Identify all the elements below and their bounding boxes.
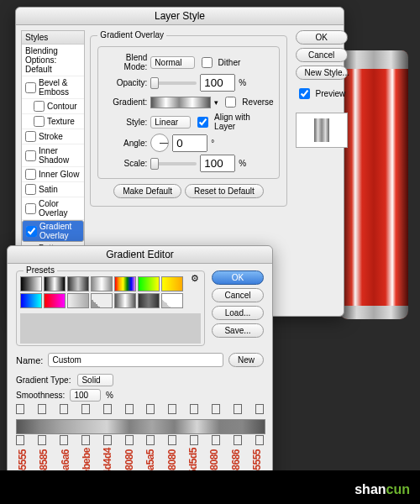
gradient-stop[interactable] [38,404,46,414]
new-button[interactable]: New [228,353,264,367]
preset-swatch[interactable] [44,293,66,308]
smoothness-input[interactable]: 100 [70,389,101,402]
style-item[interactable]: Inner Glow [22,167,84,182]
style-checkbox[interactable] [25,169,36,180]
style-item[interactable]: Color Overlay [22,197,84,220]
presets-empty-area [20,313,201,344]
gradient-stop[interactable] [146,435,155,445]
align-checkbox[interactable] [197,117,208,128]
style-item[interactable]: Contour [22,99,84,114]
reset-default-button[interactable]: Reset to Default [185,184,264,198]
cancel-button[interactable]: Cancel [296,48,348,62]
style-checkbox[interactable] [34,116,45,127]
dither-checkbox[interactable] [202,57,213,68]
ok-button[interactable]: OK [212,270,264,285]
preset-swatch[interactable] [67,276,89,291]
gradient-name-input[interactable] [48,353,223,367]
load-button[interactable]: Load... [212,306,264,320]
gradient-stop[interactable] [234,404,242,414]
blending-options[interactable]: Blending Options: Default [22,45,84,76]
gradient-stop[interactable] [255,435,264,445]
style-item[interactable]: Inner Shadow [22,144,84,167]
preset-swatch[interactable] [44,276,66,291]
presets-panel: Presets ⚙ [16,270,205,346]
dialog-title: Gradient Editor [8,246,272,264]
gradient-stop[interactable] [190,435,198,445]
can-top [339,50,408,69]
gradient-stop[interactable] [190,404,198,414]
gradient-stop[interactable] [60,404,68,414]
soda-can-preview [339,50,408,319]
preview-checkbox[interactable] [299,88,310,99]
watermark-logo: shancun [354,482,410,497]
gradient-bar[interactable] [16,419,265,434]
preset-swatch[interactable] [138,293,160,308]
gradient-stop[interactable] [103,435,112,445]
styles-header[interactable]: Styles [22,31,84,45]
style-checkbox[interactable] [25,184,36,195]
gradient-stop[interactable] [168,435,176,445]
gradient-stop[interactable] [125,435,134,445]
gradient-stop[interactable] [255,404,264,414]
gradient-stop[interactable] [38,435,46,445]
scale-slider[interactable] [150,162,197,165]
gradient-stop[interactable] [81,404,90,414]
style-checkbox[interactable] [25,203,36,214]
dialog-title: Layer Style [16,8,344,25]
preset-swatch[interactable] [91,293,113,308]
gradient-picker[interactable] [150,97,211,108]
preset-swatch[interactable] [114,293,136,308]
preset-swatch[interactable] [91,276,113,291]
style-item[interactable]: Gradient Overlay [22,220,84,242]
preset-swatch[interactable] [138,276,160,291]
ok-button[interactable]: OK [296,30,348,45]
style-checkbox[interactable] [25,82,36,93]
style-checkbox[interactable] [25,150,36,161]
opacity-slider[interactable] [150,81,197,85]
presets-menu-icon[interactable]: ⚙ [191,273,199,284]
style-checkbox[interactable] [25,131,36,142]
cancel-button[interactable]: Cancel [212,288,264,302]
gradient-stop[interactable] [234,435,242,445]
preview-thumb [296,113,348,148]
new-style-button[interactable]: New Style... [296,66,348,80]
gradient-stop[interactable] [212,404,220,414]
opacity-input[interactable] [200,74,235,92]
angle-input[interactable] [172,134,207,152]
preset-swatch[interactable] [20,276,42,291]
style-item[interactable]: Texture [22,114,84,129]
preset-swatch[interactable] [161,293,183,308]
gradient-stop[interactable] [81,435,90,445]
gradient-stop[interactable] [16,404,24,414]
preset-swatch[interactable] [20,293,42,308]
style-checkbox[interactable] [34,101,45,112]
gradient-stop[interactable] [125,404,134,414]
gradient-stop[interactable] [146,404,155,414]
make-default-button[interactable]: Make Default [113,184,181,198]
preset-swatch[interactable] [161,276,183,291]
style-item[interactable]: Bevel & Emboss [22,76,84,99]
gradient-overlay-group: Gradient Overlay Gradient Blend Mode:Nor… [90,35,286,207]
gradient-subgroup: Gradient Blend Mode:NormalDither Opacity… [97,46,279,179]
style-checkbox[interactable] [26,226,37,237]
gradient-type-select[interactable]: Solid [77,374,113,386]
can-bottom [339,306,408,319]
preset-swatch[interactable] [114,276,136,291]
gradient-stop[interactable] [16,435,24,445]
style-select[interactable]: Linear [150,116,191,129]
reverse-checkbox[interactable] [225,97,236,108]
preset-swatch[interactable] [67,293,89,308]
style-item[interactable]: Satin [22,182,84,197]
scale-input[interactable] [200,155,235,172]
gradient-stop[interactable] [168,404,176,414]
blend-mode-select[interactable]: Normal [150,56,194,69]
style-item[interactable]: Stroke [22,129,84,144]
angle-dial[interactable] [150,134,169,152]
gradient-stop[interactable] [212,435,220,445]
gradient-stop[interactable] [103,404,112,414]
save-button[interactable]: Save... [212,323,264,338]
gradient-stop[interactable] [60,435,68,445]
gradient-editor-dialog: Gradient Editor Presets ⚙ OK Cancel Load… [7,245,273,493]
